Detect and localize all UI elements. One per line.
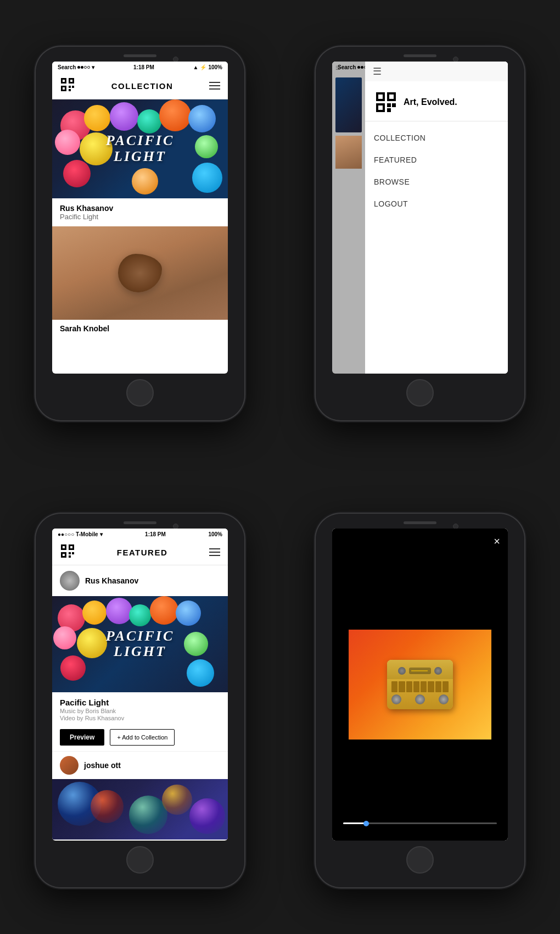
menu-panel: ☰ Art, Evolved.	[365, 62, 508, 374]
menu-item-collection[interactable]: COLLECTION	[365, 127, 508, 149]
signal-dot-1	[77, 66, 80, 69]
phone-3: ●●○○○ T-Mobile ▾ 1:18 PM 100%	[36, 514, 244, 887]
svg-rect-21	[69, 552, 71, 554]
phone-speaker-1	[124, 54, 156, 57]
artwork-card-2[interactable]: Sarah Knobel	[52, 226, 228, 337]
status-bar-3: ●●○○○ T-Mobile ▾ 1:18 PM 100%	[52, 529, 228, 540]
radio-dial-3	[439, 694, 449, 704]
battery-3: 100%	[208, 531, 222, 537]
signal-dot-4	[87, 66, 90, 69]
phone-2: Search 1:18 PM 100% ☰	[316, 47, 524, 420]
menu-close-nav-icon[interactable]: ☰	[373, 65, 382, 77]
artwork-subtitle-1: Music by Boris Blank	[60, 708, 220, 714]
pacific-light-title: PACIFICLIGHT	[106, 133, 175, 164]
artist-name-4: joshue ott	[84, 761, 121, 770]
artwork-info-1: Rus Khasanov Pacific Light	[52, 198, 228, 226]
battery-1: 100%	[208, 64, 222, 70]
progress-thumb[interactable]	[363, 821, 369, 826]
action-buttons: Preview + Add to Collection	[52, 725, 228, 751]
artwork-pacific: PACIFICLIGHT	[52, 99, 228, 198]
logo-1[interactable]	[60, 77, 75, 94]
svg-rect-24	[63, 546, 65, 548]
artwork2-thumb[interactable]	[52, 779, 228, 840]
home-btn-1[interactable]	[126, 379, 154, 407]
time-1: 1:18 PM	[133, 64, 154, 70]
svg-rect-15	[378, 94, 383, 99]
svg-rect-25	[70, 546, 72, 548]
video-content	[332, 529, 508, 841]
artist-row-2[interactable]: joshue ott	[52, 751, 228, 779]
radio-top	[387, 660, 453, 679]
radio-display	[409, 668, 431, 674]
home-btn-4[interactable]	[406, 846, 434, 874]
video-close-button[interactable]: ×	[494, 535, 500, 548]
nav-title-3: FEATURED	[117, 548, 168, 557]
add-to-collection-button[interactable]: + Add to Collection	[110, 729, 175, 746]
radio-dial-1	[391, 694, 401, 704]
menu-item-browse[interactable]: BROWSE	[365, 171, 508, 193]
time-3: 1:18 PM	[145, 531, 166, 537]
artwork-sarah	[52, 226, 228, 320]
svg-rect-23	[69, 555, 71, 558]
signal-dot-3	[84, 66, 87, 69]
svg-rect-26	[63, 554, 65, 556]
menu-icon-3[interactable]	[209, 548, 220, 556]
artist-name-1: Rus Khasanov	[60, 204, 220, 213]
menu-brand: Art, Evolved.	[404, 97, 457, 107]
carrier-1: Search	[58, 64, 76, 70]
artist-row-1[interactable]: Rus Khasanov	[52, 565, 228, 596]
artist-avatar-2	[60, 756, 79, 775]
artwork-card-1[interactable]: PACIFICLIGHT Rus Khasanov Pacific Light	[52, 99, 228, 226]
menu-bg-artwork2	[335, 136, 362, 169]
menu-nav-bar: ☰	[365, 62, 508, 81]
location-icon-1: ▲	[193, 64, 199, 70]
phone-4: ×	[316, 514, 524, 887]
battery-icon-1: ⚡	[200, 64, 206, 70]
phone-1: Search ▾ 1:18 PM ▲ ⚡ 100%	[36, 47, 244, 420]
svg-rect-8	[63, 87, 65, 90]
artwork-info-2: Sarah Knobel	[52, 320, 228, 337]
menu-icon-1[interactable]	[209, 82, 220, 90]
logo-3[interactable]	[60, 543, 75, 561]
status-bar-1: Search ▾ 1:18 PM ▲ ⚡ 100%	[52, 62, 228, 73]
artwork-subtitle-2: Video by Rus Khasanov	[60, 715, 220, 721]
svg-rect-5	[69, 89, 71, 91]
featured-artwork[interactable]: PACIFICLIGHT	[52, 596, 228, 692]
radio-knob-2	[434, 667, 442, 675]
radio-knob-1	[398, 667, 406, 675]
menu-item-featured[interactable]: FEATURED	[365, 149, 508, 171]
menu-bg-artwork	[335, 77, 362, 132]
wifi-icon-1: ▾	[92, 64, 94, 70]
menu-item-logout[interactable]: LOGOUT	[365, 193, 508, 215]
nav-bar-3: FEATURED	[52, 540, 228, 565]
svg-rect-22	[72, 552, 74, 554]
preview-button[interactable]: Preview	[60, 729, 104, 746]
video-controls	[343, 822, 497, 824]
svg-rect-17	[378, 105, 383, 110]
svg-rect-3	[69, 86, 71, 88]
menu-bg-icon: ☰	[335, 66, 362, 71]
artwork-name-1: Pacific Light	[60, 213, 220, 221]
video-artwork	[349, 630, 491, 740]
menu-overlay: ☰ ☰	[332, 62, 508, 374]
menu-logo	[374, 90, 398, 114]
wifi-icon-3: ▾	[100, 531, 103, 537]
home-btn-3[interactable]	[126, 846, 154, 874]
svg-rect-14	[387, 108, 391, 112]
carrier-3: ●●○○○ T-Mobile	[58, 531, 98, 537]
radio-dial-2	[415, 694, 425, 704]
menu-dim[interactable]: ☰	[332, 62, 365, 374]
artist-avatar-1	[60, 571, 80, 591]
radio-device	[387, 660, 453, 709]
nav-title-1: COLLECTION	[111, 81, 173, 91]
phone-speaker-4	[404, 521, 436, 524]
signal-dot-2	[81, 66, 83, 69]
home-btn-2[interactable]	[406, 379, 434, 407]
svg-rect-4	[72, 86, 74, 88]
artist-name-3: Rus Khasanov	[85, 576, 138, 585]
featured-pacific-title: PACIFICLIGHT	[106, 629, 175, 660]
menu-header: Art, Evolved.	[365, 81, 508, 121]
nav-bar-1: COLLECTION	[52, 73, 228, 99]
phone-screen-3: ●●○○○ T-Mobile ▾ 1:18 PM 100%	[52, 529, 228, 841]
progress-bar[interactable]	[343, 822, 497, 824]
